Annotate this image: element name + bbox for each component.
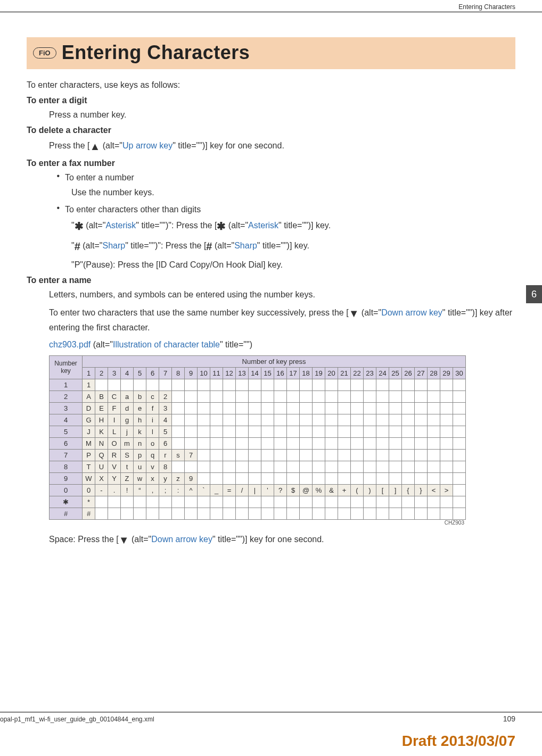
table-cell <box>210 438 223 450</box>
table-cell <box>159 496 172 508</box>
txt: " title="") <box>220 340 252 349</box>
table-cell <box>428 379 440 391</box>
table-cell <box>300 414 313 426</box>
table-cell <box>428 403 440 414</box>
table-cell <box>338 379 351 391</box>
table-cell <box>402 426 415 438</box>
table-cell <box>287 391 300 403</box>
table-cell <box>389 426 402 438</box>
table-cell <box>440 403 453 414</box>
table-cell <box>249 496 261 508</box>
table-cell <box>223 403 236 414</box>
table-cell <box>325 403 338 414</box>
table-cell <box>453 391 466 403</box>
table-cell: 7 <box>185 450 198 461</box>
bullet-icon: • <box>49 171 60 184</box>
table-cell: N <box>95 438 108 450</box>
table-cell <box>274 496 287 508</box>
table-cell <box>198 450 210 461</box>
table-cell <box>440 414 453 426</box>
table-cell <box>325 391 338 403</box>
table-cell <box>300 403 313 414</box>
link-sharp[interactable]: Sharp <box>234 241 257 250</box>
table-cell <box>121 496 134 508</box>
table-col-header: 22 <box>351 368 364 379</box>
table-cell <box>428 496 440 508</box>
table-cell <box>198 391 210 403</box>
table-cell <box>236 508 249 520</box>
table-cell <box>223 450 236 461</box>
table-cell <box>402 450 415 461</box>
table-cell <box>210 496 223 508</box>
table-cell: f <box>146 403 159 414</box>
table-cell <box>172 403 185 414</box>
table-cell <box>364 461 376 473</box>
link-up-arrow[interactable]: Up arrow key <box>122 141 173 150</box>
txt: " title="")] key. <box>257 241 309 250</box>
table-cell <box>159 379 172 391</box>
table-cell <box>287 496 300 508</box>
table-cell <box>440 473 453 485</box>
table-cell <box>274 391 287 403</box>
table-cell <box>440 461 453 473</box>
table-cell <box>210 414 223 426</box>
table-cell <box>223 426 236 438</box>
table-cell <box>364 496 376 508</box>
table-cell <box>415 508 428 520</box>
table-cell: M <box>83 438 95 450</box>
table-cell: m <box>121 438 134 450</box>
table-cell <box>249 450 261 461</box>
table-cell <box>108 496 121 508</box>
table-cell <box>351 438 364 450</box>
table-cell <box>172 508 185 520</box>
table-cell <box>389 461 402 473</box>
link-down-arrow[interactable]: Down arrow key <box>381 308 442 317</box>
table-col-header: 28 <box>428 368 440 379</box>
link-down-arrow[interactable]: Down arrow key <box>151 535 212 544</box>
table-cell <box>338 426 351 438</box>
table-cell <box>415 414 428 426</box>
table-cell <box>325 426 338 438</box>
table-cell: ! <box>121 485 134 496</box>
table-cell <box>274 450 287 461</box>
table-cell <box>313 391 325 403</box>
table-cell <box>95 379 108 391</box>
table-cell <box>364 508 376 520</box>
table-cell <box>364 379 376 391</box>
table-cell: & <box>325 485 338 496</box>
link-asterisk[interactable]: Asterisk <box>248 221 278 230</box>
table-cell <box>287 414 300 426</box>
table-cell <box>415 403 428 414</box>
image-ref: chz903.pdf (alt="Illustration of charact… <box>27 338 515 351</box>
table-cell <box>300 473 313 485</box>
table-cell <box>402 508 415 520</box>
table-cell: 1 <box>83 379 95 391</box>
table-cell <box>287 461 300 473</box>
table-cell <box>300 426 313 438</box>
table-cell <box>453 508 466 520</box>
table-cell <box>249 379 261 391</box>
footer-rule <box>0 712 542 712</box>
table-col-header: 12 <box>223 368 236 379</box>
link-sharp[interactable]: Sharp <box>103 241 126 250</box>
table-cell <box>338 473 351 485</box>
link-chz903[interactable]: chz903.pdf <box>49 340 91 349</box>
table-cell <box>453 485 466 496</box>
table-cell: l <box>146 426 159 438</box>
table-col-header: 26 <box>402 368 415 379</box>
table-cell <box>338 391 351 403</box>
table-cell <box>376 403 389 414</box>
link-illustration[interactable]: Illustration of character table <box>113 340 220 349</box>
table-cell <box>121 508 134 520</box>
table-cell: x <box>146 473 159 485</box>
table-cell <box>185 508 198 520</box>
table-cell <box>236 461 249 473</box>
table-cell: s <box>172 450 185 461</box>
table-cell <box>402 496 415 508</box>
heading-enter-name: To enter a name <box>27 276 515 285</box>
space-instruction: Space: Press the [▼ (alt="Down arrow key… <box>27 532 515 548</box>
table-cell <box>313 450 325 461</box>
table-row-header: 4 <box>50 414 83 426</box>
table-cell <box>172 496 185 508</box>
link-asterisk[interactable]: Asterisk <box>105 221 136 230</box>
